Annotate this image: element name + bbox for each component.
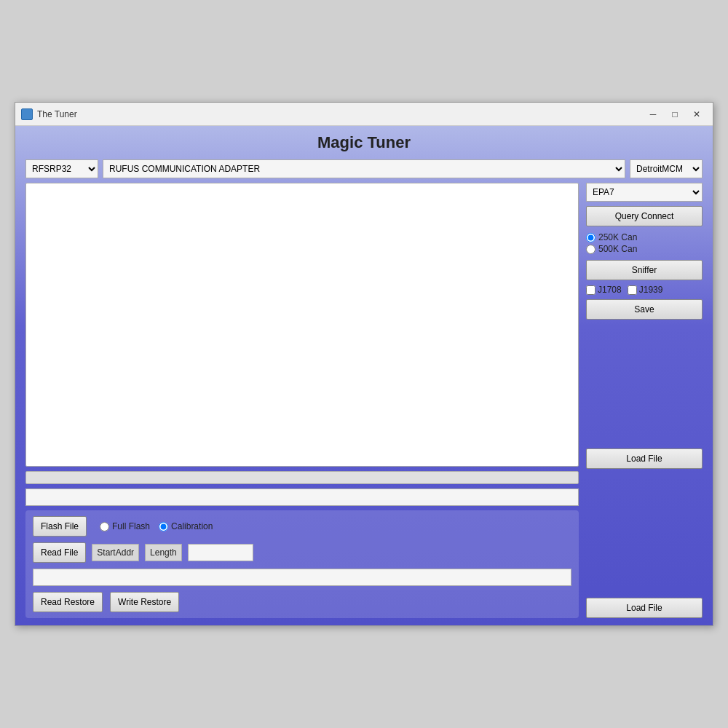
top-controls-row: RFSRP32 RUFUS COMMUNICATION ADAPTER Detr…: [25, 159, 703, 178]
maximize-button[interactable]: □: [665, 107, 685, 122]
epa-select[interactable]: EPA7: [586, 183, 703, 202]
read-file-row: Read File StartAddr Length: [33, 542, 571, 563]
can-radio-group: 250K Can 500K Can: [586, 231, 703, 256]
title-bar: The Tuner ─ □ ✕: [15, 103, 713, 126]
start-addr-label: StartAddr: [92, 544, 139, 561]
read-file-button[interactable]: Read File: [33, 542, 86, 563]
save-button[interactable]: Save: [586, 299, 703, 320]
spacer-1: [586, 324, 703, 444]
two-col-layout: Flash File Full Flash Calibration: [25, 183, 703, 618]
radio-500k-label[interactable]: 500K Can: [586, 244, 703, 254]
spacer-2: [586, 473, 703, 593]
write-restore-button[interactable]: Write Restore: [110, 592, 179, 612]
flash-file-row: Flash File Full Flash Calibration: [33, 516, 571, 537]
load-file-button-1[interactable]: Load File: [586, 448, 703, 469]
progress-bar-1: [25, 471, 579, 484]
file-path-input-1[interactable]: [25, 488, 579, 506]
j1708-checkbox[interactable]: [586, 285, 596, 295]
calibration-option[interactable]: Calibration: [159, 521, 213, 531]
j1939-label[interactable]: J1939: [628, 285, 663, 295]
adapter-left-select[interactable]: RFSRP32: [25, 159, 98, 178]
main-content: Magic Tuner RFSRP32 RUFUS COMMUNICATION …: [15, 126, 713, 625]
minimize-button[interactable]: ─: [643, 107, 663, 122]
read-restore-button[interactable]: Read Restore: [33, 592, 103, 612]
flash-file-button[interactable]: Flash File: [33, 516, 87, 537]
flash-options: Full Flash Calibration: [100, 521, 213, 531]
log-area: [25, 183, 579, 467]
adapter-right-select[interactable]: DetroitMCM: [630, 159, 703, 178]
radio-250k[interactable]: [586, 233, 596, 242]
calibration-radio[interactable]: [159, 522, 168, 531]
close-button[interactable]: ✕: [687, 107, 707, 122]
full-flash-option[interactable]: Full Flash: [100, 521, 150, 531]
title-bar-controls: ─ □ ✕: [643, 107, 707, 122]
app-window: The Tuner ─ □ ✕ Magic Tuner RFSRP32 RUFU…: [15, 102, 713, 626]
title-bar-left: The Tuner: [21, 108, 77, 120]
radio-500k[interactable]: [586, 245, 596, 254]
adapter-middle-select[interactable]: RUFUS COMMUNICATION ADAPTER: [103, 159, 625, 178]
window-title: The Tuner: [37, 109, 77, 119]
file-path-row-1: [25, 488, 579, 506]
sniffer-button[interactable]: Sniffer: [586, 260, 703, 280]
j1708-label[interactable]: J1708: [586, 285, 622, 295]
left-panel: Flash File Full Flash Calibration: [25, 183, 579, 618]
length-label: Length: [145, 544, 182, 561]
load-file-button-2[interactable]: Load File: [586, 598, 703, 618]
read-write-restore-row: Read Restore Write Restore: [33, 592, 571, 612]
full-flash-radio[interactable]: [100, 522, 109, 531]
checkbox-row: J1708 J1939: [586, 285, 703, 295]
restore-path-input[interactable]: [33, 569, 571, 586]
j1939-checkbox[interactable]: [628, 285, 637, 295]
restore-row: [33, 569, 571, 586]
app-title: Magic Tuner: [25, 133, 703, 152]
radio-250k-label[interactable]: 250K Can: [586, 232, 703, 242]
right-panel: EPA7 Query Connect 250K Can 500K Can: [586, 183, 703, 618]
length-input[interactable]: [188, 544, 253, 561]
flash-section: Flash File Full Flash Calibration: [25, 510, 579, 618]
app-icon: [21, 108, 33, 120]
query-connect-button[interactable]: Query Connect: [586, 206, 703, 226]
